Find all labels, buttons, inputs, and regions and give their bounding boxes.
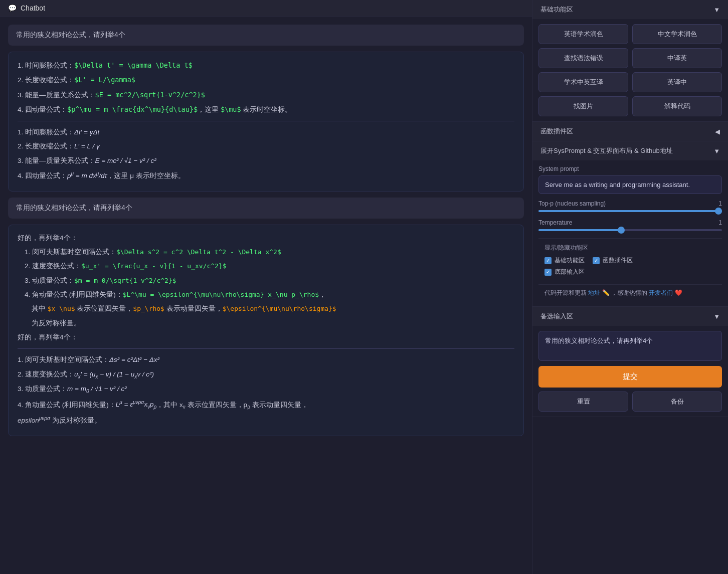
top-p-track[interactable] (538, 210, 722, 212)
footer-link-area: 代码开源和更新 地址 ✏️ ，感谢热情的 开发者们 ❤️ (538, 284, 722, 301)
resp1-rendered4: 4. 四动量公式：pμ = m dxμ/dτ，这里 μ 表示时空坐标。 (18, 169, 514, 182)
temperature-thumb[interactable] (618, 227, 625, 234)
basic-functions-grid: 英语学术润色 中文学术润色 查找语法错误 中译英 学术中英互译 英译中 找图片 … (538, 24, 722, 116)
temperature-track[interactable] (538, 229, 722, 231)
plugin-functions-chevron: ◀ (715, 128, 720, 135)
resp2-f3-latex: $m = m_0/\sqrt{1-v^2/c^2}$ (74, 277, 176, 284)
basic-functions-content: 英语学术润色 中文学术润色 查找语法错误 中译英 学术中英互译 英译中 找图片 … (532, 19, 728, 121)
resp2-f4-latex: $L^\mu = \epsilon^{\mu\nu\rho\sigma} x_\… (123, 291, 319, 298)
main-panel: 💬 Chatbot 常用的狭义相对论公式，请列举4个 1. 时间膨胀公式：$\D… (0, 0, 532, 574)
bottom-buttons: 重置 备份 (538, 392, 722, 412)
checkbox-basic-box[interactable]: ✓ (544, 257, 552, 264)
alt-input-section: 备选输入区 ▼ 常用的狭义相对论公式，请再列举4个 提交 重置 备份 (532, 307, 728, 417)
btn-english-polish[interactable]: 英语学术润色 (538, 24, 628, 44)
system-prompt-label: System prompt (538, 165, 722, 172)
checkbox-bottom-input-label: 底部输入区 (555, 268, 585, 276)
user-message-1-text: 常用的狭义相对论公式，请列举4个 (16, 31, 125, 39)
alt-input-header[interactable]: 备选输入区 ▼ (532, 307, 728, 326)
checkbox-plugin-box[interactable]: ✓ (593, 257, 600, 264)
checkbox-bottom-input[interactable]: ✓ 底部输入区 (544, 268, 585, 276)
checkbox-plugin-label: 函数插件区 (603, 256, 633, 265)
resp1-rendered2: 2. 长度收缩公式：L′ = L / γ (18, 140, 514, 152)
resp2-p: $p_\rho$ (133, 305, 164, 312)
btn-academic-translate[interactable]: 学术中英互译 (538, 72, 628, 92)
footer-text: 代码开源和更新 (544, 289, 587, 296)
btn-explain-code[interactable]: 解释代码 (632, 96, 722, 116)
sys-prompt-section: 展开SysPrompt & 交互界面布局 & Github地址 ▼ System… (532, 141, 728, 307)
resp2-intro: 好的，再列举4个： (18, 232, 514, 244)
user-message-2-text: 常用的狭义相对论公式，请再列举4个 (16, 204, 132, 212)
footer-address-link[interactable]: 地址 (588, 289, 600, 296)
resp1-line4: 4. 四动量公式：$p^\mu = m \frac{dx^\mu}{d\tau}… (18, 103, 514, 116)
header-title: Chatbot (21, 4, 45, 12)
alt-input-placeholder: 常用的狭义相对论公式，请再列举4个 (545, 337, 653, 344)
system-prompt-value[interactable]: Serve me as a writing and programming as… (538, 175, 722, 194)
resp2-eps: $\epsilon^{\mu\nu\rho\sigma}$ (223, 305, 336, 312)
sys-prompt-content: System prompt Serve me as a writing and … (532, 160, 728, 306)
user-message-1: 常用的狭义相对论公式，请列举4个 (8, 25, 524, 46)
resp1-line2: 2. 长度收缩公式：$L' = L/\gamma$ (18, 74, 514, 86)
visibility-section: 显示/隐藏功能区 ✓ 基础功能区 ✓ 函数插件区 ✓ 底部输入区 (538, 238, 722, 284)
basic-functions-label: 基础功能区 (540, 5, 573, 14)
resp1-formula3-latex: $E = mc^2/\sqrt{1-v^2/c^2}$ (95, 91, 205, 99)
checkbox-basic-label: 基础功能区 (555, 256, 585, 265)
resp2-f2-latex: $u_x' = \frac{u_x - v}{1 - u_xv/c^2}$ (81, 262, 227, 270)
submit-button[interactable]: 提交 (538, 366, 722, 388)
resp2-f1-latex: $\Delta s^2 = c^2 \Delta t^2 - \Delta x^… (116, 248, 281, 256)
resp2-line3: 3. 动质量公式：$m = m_0/\sqrt{1-v^2/c^2}$ (18, 275, 514, 287)
chat-icon: 💬 (8, 4, 17, 12)
plugin-functions-section: 函数插件区 ◀ (532, 122, 728, 141)
temperature-label: Temperature (538, 219, 572, 226)
temperature-value: 1 (718, 219, 722, 226)
resp1-formula4-latex: $p^\mu = m \frac{dx^\mu}{d\tau}$ (67, 105, 198, 113)
footer-thanks: ，感谢热情的 (611, 289, 647, 296)
temperature-fill (538, 229, 621, 231)
assistant-message-1: 1. 时间膨胀公式：$\Delta t' = \gamma \Delta t$ … (8, 52, 524, 192)
resp1-rendered3: 3. 能量—质量关系公式：E = mc² / √1 − v² / c² (18, 155, 514, 167)
btn-zh-to-en[interactable]: 中译英 (632, 48, 722, 68)
resp2-line2: 2. 速度变换公式：$u_x' = \frac{u_x - v}{1 - u_x… (18, 260, 514, 272)
user-message-2: 常用的狭义相对论公式，请再列举4个 (8, 198, 524, 219)
checkbox-plugin[interactable]: ✓ 函数插件区 (593, 256, 633, 265)
resp1-formula2-latex: $L' = L/\gamma$ (74, 76, 135, 84)
alt-input-chevron: ▼ (713, 313, 720, 320)
plugin-functions-header[interactable]: 函数插件区 ◀ (532, 122, 728, 141)
checkbox-bottom-input-box[interactable]: ✓ (544, 269, 552, 276)
btn-chinese-polish[interactable]: 中文学术润色 (632, 24, 722, 44)
temperature-label-row: Temperature 1 (538, 219, 722, 226)
top-p-thumb[interactable] (715, 208, 722, 215)
btn-find-image[interactable]: 找图片 (538, 96, 628, 116)
resp2-rendered4: 4. 角动量公式 (利用四维矢量)：Lμ = εμνρσxνpρ，其中 xν 表… (18, 398, 514, 412)
resp2-line4b: 其中 $x \nu$ 表示位置四矢量，$p_\rho$ 表示动量四矢量，$\ep… (18, 303, 514, 315)
visibility-label: 显示/隐藏功能区 (544, 244, 716, 252)
btn-en-to-zh[interactable]: 英译中 (632, 72, 722, 92)
resp2-line4c: 为反对称张量。 (18, 317, 514, 329)
footer-contributors-link[interactable]: 开发者们 (649, 289, 673, 296)
resp2-sep-text: 好的，再列举4个： (18, 331, 514, 343)
basic-functions-section: 基础功能区 ▼ 英语学术润色 中文学术润色 查找语法错误 中译英 学术中英互译 … (532, 0, 728, 122)
checkbox-row-1: ✓ 基础功能区 ✓ 函数插件区 (544, 256, 716, 265)
resp1-formula1-latex: $\Delta t' = \gamma \Delta t$ (74, 61, 193, 69)
basic-functions-header[interactable]: 基础功能区 ▼ (532, 0, 728, 19)
top-p-value: 1 (718, 200, 722, 207)
footer-edit-icon: ✏️ (602, 289, 610, 296)
heart-icon: ❤️ (675, 289, 682, 296)
resp2-line4: 4. 角动量公式 (利用四维矢量)：$L^\mu = \epsilon^{\mu… (18, 289, 514, 301)
checkbox-basic[interactable]: ✓ 基础功能区 (544, 256, 585, 265)
temperature-row: Temperature 1 (538, 219, 722, 231)
sys-prompt-header[interactable]: 展开SysPrompt & 交互界面布局 & Github地址 ▼ (532, 141, 728, 160)
backup-button[interactable]: 备份 (632, 392, 722, 412)
resp1-line3: 3. 能量—质量关系公式：$E = mc^2/\sqrt{1-v^2/c^2}$ (18, 89, 514, 101)
top-p-label: Top-p (nucleus sampling) (538, 200, 606, 207)
btn-grammar-check[interactable]: 查找语法错误 (538, 48, 628, 68)
header: 💬 Chatbot (0, 0, 532, 17)
alt-input-box[interactable]: 常用的狭义相对论公式，请再列举4个 (538, 331, 722, 361)
resp2-rendered1: 1. 闵可夫斯基时空间隔公式：Δs² = c²Δt² − Δx² (18, 354, 514, 366)
sys-prompt-chevron: ▼ (713, 147, 720, 155)
checkbox-row-2: ✓ 底部输入区 (544, 268, 716, 276)
basic-functions-chevron: ▼ (713, 6, 720, 14)
sidebar: 基础功能区 ▼ 英语学术润色 中文学术润色 查找语法错误 中译英 学术中英互译 … (532, 0, 728, 574)
reset-button[interactable]: 重置 (538, 392, 628, 412)
top-p-row: Top-p (nucleus sampling) 1 (538, 200, 722, 212)
resp2-rendered3: 3. 动质量公式：m = m0 / √1 − v² / c² (18, 383, 514, 396)
